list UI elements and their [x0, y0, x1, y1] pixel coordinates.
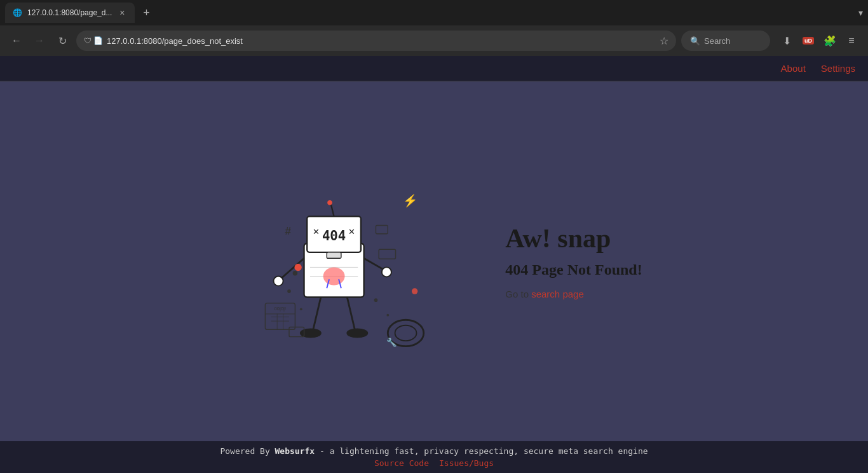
- tab-list-dropdown[interactable]: ▾: [858, 8, 863, 18]
- error-description: Go to search page: [505, 289, 642, 299]
- svg-text:✕: ✕: [313, 227, 320, 236]
- search-label: Search: [704, 36, 730, 46]
- error-heading: Aw! snap: [505, 223, 642, 254]
- settings-link[interactable]: Settings: [821, 63, 855, 74]
- ublock-button[interactable]: uD: [799, 32, 817, 50]
- url-display: 127.0.0.1:8080/page_does_not_exist: [107, 36, 656, 46]
- svg-line-13: [348, 297, 355, 330]
- powered-by-prefix: Powered By: [220, 446, 275, 456]
- page-icon: 📄: [93, 36, 103, 45]
- svg-rect-7: [327, 252, 342, 258]
- svg-rect-25: [376, 226, 388, 234]
- tab-title: 127.0.0.1:8080/page_d...: [27, 8, 112, 17]
- main-content: 404 ✕ ✕: [0, 81, 868, 441]
- download-button[interactable]: ⬇: [778, 32, 796, 50]
- source-code-link[interactable]: Source Code: [374, 458, 429, 468]
- error-subheading: 404 Page Not Found!: [505, 261, 642, 278]
- robot-illustration: 404 ✕ ✕: [226, 160, 454, 363]
- tab-favicon: 🌐: [13, 8, 22, 17]
- security-icon: 🛡 📄: [84, 36, 103, 45]
- search-box[interactable]: 🔍 Search: [681, 31, 770, 51]
- active-tab[interactable]: 🌐 127.0.0.1:8080/page_d... ×: [5, 3, 135, 23]
- svg-text:404: 404: [322, 228, 346, 243]
- error-text-area: Aw! snap 404 Page Not Found! Go to searc…: [505, 223, 642, 299]
- svg-text:00|0|!: 00|0|!: [275, 306, 287, 312]
- menu-button[interactable]: ≡: [843, 32, 860, 50]
- svg-point-23: [412, 288, 417, 294]
- svg-point-11: [382, 267, 391, 277]
- search-icon: 🔍: [690, 36, 700, 46]
- shield-icon: 🛡: [84, 36, 92, 45]
- svg-point-37: [395, 326, 417, 341]
- issues-link[interactable]: Issues/Bugs: [439, 458, 494, 468]
- ublock-badge: uD: [803, 37, 814, 45]
- svg-text:🔧: 🔧: [387, 337, 398, 348]
- app-nav: About Settings: [0, 56, 868, 81]
- footer: Powered By Websurfx - a lightening fast,…: [0, 441, 868, 473]
- svg-text:✕: ✕: [349, 227, 356, 236]
- svg-text:⚡: ⚡: [403, 193, 418, 208]
- svg-point-41: [300, 308, 302, 310]
- browser-chrome: 🌐 127.0.0.1:8080/page_d... × + ▾ ← → ↻ 🛡…: [0, 0, 868, 56]
- tab-bar: 🌐 127.0.0.1:8080/page_d... × + ▾: [0, 0, 868, 25]
- robot-svg: 404 ✕ ✕: [226, 160, 454, 363]
- svg-text:#: #: [285, 225, 292, 237]
- svg-point-10: [274, 277, 283, 286]
- forward-button[interactable]: →: [31, 32, 48, 50]
- address-bar[interactable]: 🛡 📄 127.0.0.1:8080/page_does_not_exist ☆: [76, 31, 676, 51]
- footer-line1: Powered By Websurfx - a lightening fast,…: [220, 446, 648, 456]
- toolbar-icons: ⬇ uD 🧩 ≡: [778, 32, 860, 50]
- svg-line-5: [331, 205, 334, 217]
- svg-point-21: [295, 264, 302, 271]
- back-button[interactable]: ←: [8, 32, 25, 50]
- tab-close-button[interactable]: ×: [117, 8, 127, 18]
- new-tab-button[interactable]: +: [137, 4, 155, 22]
- svg-point-38: [288, 289, 292, 293]
- brand-name: Websurfx: [275, 446, 315, 456]
- bookmark-button[interactable]: ☆: [660, 35, 668, 47]
- svg-point-39: [374, 298, 378, 302]
- svg-line-9: [364, 258, 385, 270]
- address-bar-row: ← → ↻ 🛡 📄 127.0.0.1:8080/page_does_not_e…: [0, 25, 868, 56]
- svg-point-6: [328, 200, 333, 205]
- powered-by-suffix: - a lightening fast, privacy respecting,…: [315, 446, 648, 456]
- reload-button[interactable]: ↻: [53, 32, 71, 50]
- error-desc-prefix: Go to: [505, 289, 531, 299]
- svg-point-15: [347, 328, 369, 338]
- svg-point-22: [293, 271, 298, 276]
- svg-rect-26: [379, 249, 396, 259]
- svg-line-12: [313, 297, 321, 330]
- about-link[interactable]: About: [781, 63, 806, 74]
- footer-line2: Source Code Issues/Bugs: [374, 458, 494, 468]
- svg-point-18: [323, 267, 345, 285]
- svg-point-40: [387, 314, 390, 317]
- error-container: 404 ✕ ✕: [226, 160, 642, 363]
- search-page-link[interactable]: search page: [531, 289, 584, 299]
- extensions-button[interactable]: 🧩: [821, 32, 839, 50]
